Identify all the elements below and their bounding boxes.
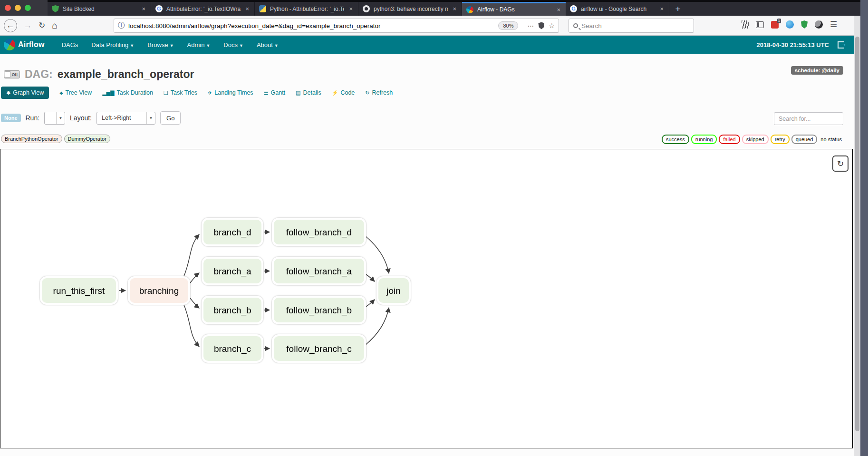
status-legend-running: running	[691, 135, 717, 144]
nav-item-docs[interactable]: Docs▼	[218, 37, 249, 53]
bookmark-star-icon[interactable]: ☆	[549, 22, 555, 29]
gantt-icon: ☰	[264, 90, 269, 96]
extension-orbs-icon[interactable]	[815, 20, 823, 29]
view-button-landing-times[interactable]: ✈Landing Times	[208, 89, 253, 96]
view-button-tree-view[interactable]: ♣Tree View	[59, 89, 92, 96]
extension-shield-icon[interactable]	[801, 20, 808, 29]
view-button-label: Landing Times	[214, 89, 253, 96]
view-button-label: Refresh	[372, 89, 393, 96]
view-button-label: Task Tries	[171, 89, 197, 96]
airflow-brand-label: Airflow	[18, 40, 45, 49]
menu-icon[interactable]: ☰	[830, 19, 837, 29]
browser-tab-3[interactable]: python3: behave incorrectly mo×	[358, 2, 462, 16]
close-icon[interactable]: ×	[659, 5, 665, 12]
library-icon[interactable]	[742, 20, 749, 29]
close-icon[interactable]: ×	[556, 6, 561, 13]
edge-follow_branch_b-to-join	[365, 300, 375, 307]
task-node-label: join	[386, 286, 401, 296]
task-search-placeholder: Search for...	[779, 116, 810, 122]
task-node-follow_branch_d[interactable]: follow_branch_d	[273, 219, 365, 245]
home-button[interactable]: ⌂	[52, 20, 57, 31]
view-button-refresh[interactable]: ↻Refresh	[365, 89, 393, 96]
tree-view-icon: ♣	[59, 90, 63, 96]
close-icon[interactable]: ×	[244, 5, 250, 12]
task-node-branch_a[interactable]: branch_a	[203, 258, 262, 284]
dag-pause-toggle[interactable]: Off	[4, 70, 20, 78]
forward-button[interactable]: →	[24, 21, 32, 30]
graph-refresh-button[interactable]: ↻	[832, 155, 849, 172]
scrollbar-thumb[interactable]	[855, 37, 859, 431]
site-info-icon[interactable]: ⓘ	[118, 21, 125, 30]
tab-title: Python - AttributeError: '_io.Tex	[270, 6, 344, 12]
airflow-brand[interactable]: Airflow	[4, 39, 45, 50]
edge-branching-to-branch_b	[189, 297, 199, 308]
task-node-follow_branch_a[interactable]: follow_branch_a	[273, 258, 365, 284]
task-node-branch_b[interactable]: branch_b	[203, 297, 262, 323]
browser-tab-1[interactable]: GAttributeError: '_io.TextIOWrapp×	[151, 2, 255, 16]
operator-legend-branchpythonoperator: BranchPythonOperator	[1, 135, 62, 143]
search-placeholder: Search	[581, 22, 602, 29]
task-node-branch_c[interactable]: branch_c	[203, 335, 262, 362]
close-icon[interactable]: ×	[452, 5, 457, 12]
task-duration-icon: ▂▅▇	[102, 90, 114, 96]
browser-tab-2[interactable]: Python - AttributeError: '_io.Tex×	[255, 2, 358, 16]
chevron-down-icon: ▼	[56, 112, 65, 124]
edge-branching-to-branch_d	[183, 234, 199, 277]
tab-title: AttributeError: '_io.TextIOWrapp	[166, 6, 241, 12]
task-node-join[interactable]: join	[377, 277, 410, 304]
scrollbar[interactable]	[854, 16, 860, 456]
status-legend-success: success	[662, 135, 689, 144]
nav-item-dags[interactable]: DAGs	[56, 37, 84, 53]
close-window-button[interactable]	[5, 5, 11, 11]
view-button-code[interactable]: ⚡Code	[332, 89, 355, 96]
zoom-level-badge[interactable]: 80%	[498, 21, 518, 30]
extension-blue-icon[interactable]	[786, 20, 794, 29]
browser-search-input[interactable]: Search	[569, 19, 694, 33]
task-node-follow_branch_b[interactable]: follow_branch_b	[273, 297, 365, 323]
view-button-details[interactable]: ▤Details	[296, 89, 321, 96]
close-icon[interactable]: ×	[141, 5, 146, 12]
layout-select[interactable]: Left->Right ▼	[96, 112, 155, 125]
nav-item-about[interactable]: About▼	[251, 37, 284, 53]
task-node-branching[interactable]: branching	[129, 277, 189, 304]
task-node-run_this_first[interactable]: run_this_first	[41, 277, 117, 304]
back-button[interactable]: ←	[4, 19, 17, 32]
google-icon: G	[155, 5, 163, 12]
schedule-badge: schedule: @daily	[791, 66, 843, 75]
view-button-gantt[interactable]: ☰Gantt	[264, 89, 285, 96]
browser-tab-4[interactable]: Airflow - DAGs×	[462, 2, 566, 16]
view-button-graph-view[interactable]: ✱Graph View	[1, 87, 49, 99]
reload-button[interactable]: ↻	[39, 20, 45, 30]
sidebar-icon[interactable]	[756, 21, 764, 28]
zoom-window-button[interactable]	[25, 5, 31, 11]
view-button-label: Code	[340, 89, 355, 96]
page-actions-icon[interactable]: ⋯	[527, 22, 534, 29]
view-button-task-tries[interactable]: ❏Task Tries	[164, 89, 197, 96]
nav-item-browse[interactable]: Browse▼	[142, 37, 179, 53]
task-node-branch_d[interactable]: branch_d	[203, 219, 262, 245]
new-tab-button[interactable]: +	[669, 2, 686, 16]
close-icon[interactable]: ×	[348, 5, 354, 12]
logout-icon[interactable]	[838, 41, 844, 49]
task-node-follow_branch_c[interactable]: follow_branch_c	[273, 335, 365, 362]
run-select[interactable]: ▼	[44, 112, 65, 125]
task-search-input[interactable]: Search for...	[774, 112, 843, 125]
status-legend-queued: queued	[791, 135, 818, 144]
run-label: Run:	[26, 114, 40, 122]
url-text[interactable]: localhost:8080/admin/airflow/graph?execu…	[128, 22, 498, 29]
go-button[interactable]: Go	[160, 111, 181, 125]
dag-graph-canvas[interactable]: run_this_firstbranchingbranch_dbranch_ab…	[0, 149, 853, 448]
pocket-icon[interactable]	[538, 22, 544, 29]
view-button-label: Task Duration	[117, 89, 153, 96]
view-button-label: Graph View	[13, 89, 44, 96]
minimize-window-button[interactable]	[15, 5, 21, 11]
operator-legend-dummyoperator: DummyOperator	[64, 135, 110, 143]
browser-tab-5[interactable]: Gairflow ui - Google Search×	[566, 2, 669, 16]
browser-tab-0[interactable]: Site Blocked×	[48, 2, 151, 16]
url-bar[interactable]: ⓘ localhost:8080/admin/airflow/graph?exe…	[114, 19, 559, 33]
view-button-task-duration[interactable]: ▂▅▇Task Duration	[102, 89, 153, 96]
view-button-label: Gantt	[271, 89, 286, 96]
extension-downloader-icon[interactable]	[771, 21, 779, 29]
nav-item-data-profiling[interactable]: Data Profiling▼	[86, 37, 140, 53]
nav-item-admin[interactable]: Admin▼	[182, 37, 216, 53]
